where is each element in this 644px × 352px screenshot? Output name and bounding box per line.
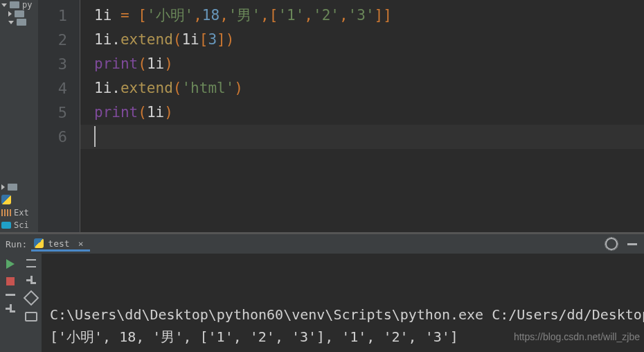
line-number: 1 [38, 3, 80, 28]
pin-icon[interactable] [24, 290, 39, 306]
code-line[interactable]: 1i = ['小明',18,'男',['1','2','3']] [94, 3, 644, 28]
print-icon[interactable] [25, 312, 37, 322]
code-token: ( [138, 55, 147, 72]
sidebar-item-label: Sci [14, 221, 29, 229]
code-line[interactable]: print(1i) [94, 100, 644, 125]
code-token: 18 [202, 7, 220, 24]
minimize-icon[interactable] [627, 243, 637, 245]
code-token: , [304, 7, 313, 24]
sidebar-item-label: Ext [14, 209, 29, 217]
code-token: ( [173, 80, 182, 96]
gear-icon[interactable] [605, 238, 618, 250]
run-label: Run: [6, 240, 27, 249]
stack-icon [1, 222, 11, 229]
code-token: 1i [181, 31, 199, 48]
code-token: ) [164, 104, 173, 121]
code-token: ]] [375, 7, 392, 24]
run-tab-label: test [48, 239, 69, 248]
code-token: '3' [348, 7, 375, 24]
line-number: 5 [38, 100, 80, 125]
line-number: 6 [38, 125, 80, 149]
code-editor[interactable]: 123456 1i = ['小明',18,'男',['1','2','3']]1… [38, 0, 644, 232]
sidebar-item-scratch[interactable] [1, 184, 29, 191]
chevron-right-icon [1, 184, 5, 190]
line-number: 3 [38, 52, 80, 76]
bars-icon [1, 209, 11, 216]
console-line: ['小明', 18, '男', ['1', '2', '3'], '1', '2… [50, 348, 640, 352]
code-token: 3 [208, 31, 217, 48]
code-token: [ [269, 7, 278, 24]
project-root[interactable]: py [0, 0, 38, 10]
code-line[interactable]: print(1i) [94, 52, 644, 76]
code-token: ]) [217, 31, 234, 48]
folder-icon [10, 1, 19, 8]
stop-icon[interactable] [6, 277, 15, 285]
run-toolbar-left-1 [0, 254, 21, 352]
project-sidebar[interactable]: py Ext Sci [0, 0, 39, 232]
code-token: ) [234, 80, 243, 96]
project-child-1[interactable] [0, 10, 38, 18]
code-token: '小明' [147, 7, 193, 24]
console-output[interactable]: C:\Users\dd\Desktop\python60\venv\Script… [42, 254, 644, 352]
code-token: 1i [94, 7, 120, 24]
run-tab[interactable]: test × [31, 236, 90, 252]
console-line: C:\Users\dd\Desktop\python60\venv\Script… [50, 303, 640, 326]
close-icon[interactable]: × [78, 239, 84, 248]
run-panel: C:\Users\dd\Desktop\python60\venv\Script… [0, 254, 644, 352]
code-line[interactable]: 1i.extend('html') [94, 76, 644, 100]
code-token: , [260, 7, 269, 24]
code-token: = [120, 7, 138, 24]
code-token: ) [164, 55, 173, 72]
pause-icon[interactable] [6, 294, 15, 296]
caret-icon [94, 126, 96, 147]
python-icon [1, 195, 11, 204]
code-token: 1i [147, 55, 164, 72]
sidebar-item-ext[interactable]: Ext [1, 209, 29, 217]
sidebar-item-sci[interactable]: Sci [1, 221, 29, 229]
code-token: 1i. [94, 31, 120, 48]
code-token: , [220, 7, 229, 24]
project-root-label: py [22, 1, 32, 9]
folder-icon [17, 19, 26, 26]
code-token: 1i [147, 104, 164, 121]
code-token: ( [173, 31, 182, 48]
folder-icon [15, 10, 24, 17]
chevron-down-icon [8, 21, 14, 24]
code-token: extend [120, 80, 173, 96]
line-number: 2 [38, 28, 80, 52]
code-token: extend [120, 31, 173, 48]
code-token: '2' [313, 7, 339, 24]
line-number-gutter: 123456 [38, 0, 80, 232]
code-token: '男' [229, 7, 260, 24]
code-token: print [94, 55, 138, 72]
line-number: 4 [38, 76, 80, 100]
code-body[interactable]: 1i = ['小明',18,'男',['1','2','3']]1i.exten… [80, 0, 644, 232]
code-token: , [193, 7, 202, 24]
sidebar-item-python[interactable] [1, 195, 29, 204]
chevron-down-icon [1, 3, 7, 7]
scroll-to-end-icon[interactable] [26, 259, 36, 267]
folder-icon [8, 184, 17, 191]
code-line[interactable]: 1i.extend(1i[3]) [94, 28, 644, 52]
current-line-highlight [80, 125, 644, 149]
code-token: [ [199, 31, 208, 48]
project-child-2[interactable] [0, 18, 38, 26]
soft-wrap-icon[interactable] [26, 276, 36, 284]
rerun-icon[interactable] [6, 259, 15, 269]
python-icon [34, 238, 44, 248]
code-token: ( [138, 104, 147, 121]
watermark: https://blog.csdn.net/will_zjbe [514, 326, 640, 348]
run-toolbar-left-2 [21, 254, 42, 352]
code-token: '1' [278, 7, 304, 24]
code-token: 1i. [94, 80, 120, 96]
code-token: 'html' [181, 80, 234, 96]
step-icon[interactable] [6, 304, 15, 313]
code-token: , [339, 7, 348, 24]
code-token: [ [138, 7, 147, 24]
code-token: print [94, 104, 138, 121]
chevron-right-icon [8, 11, 12, 17]
run-panel-header: Run: test × [0, 234, 644, 254]
